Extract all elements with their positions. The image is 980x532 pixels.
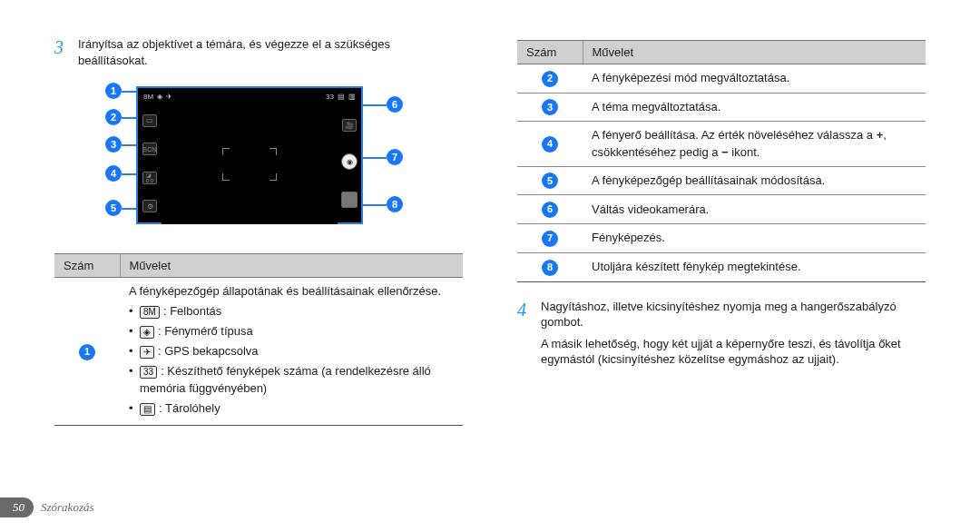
row-1-b4: : Készíthető fényképek száma (a rendelke…	[140, 364, 431, 395]
row-1-b5: : Tárolóhely	[159, 401, 220, 415]
callout-1: 1	[105, 83, 122, 99]
settings-gear-icon: ⚙	[142, 200, 157, 212]
reference-table-right: Szám Művelet 2A fényképezési mód megvált…	[517, 40, 926, 282]
table-header-op: Művelet	[583, 41, 926, 64]
bullet-icon-resolution: 8M	[140, 306, 160, 319]
table-row: 3A téma megváltoztatása.	[517, 93, 926, 122]
mode-icon: ▭	[142, 114, 157, 127]
table-row: 4 A fényerő beállítása. Az érték növelés…	[517, 122, 926, 166]
row-1-desc: A fényképezőgép állapotának és beállítás…	[129, 283, 454, 300]
row-marker: 8	[542, 260, 558, 276]
callout-3: 3	[105, 136, 122, 153]
callout-8: 8	[387, 196, 403, 212]
table-header-op: Művelet	[120, 254, 463, 278]
step-number-4: 4	[517, 299, 534, 320]
bullet-icon-shots: 33	[140, 366, 157, 379]
row-1-b3: : GPS bekapcsolva	[158, 344, 259, 358]
callout-6: 6	[387, 96, 403, 113]
row-3-text: A téma megváltoztatása.	[583, 93, 926, 122]
shutter-icon: ◉	[341, 153, 358, 170]
table-header-num: Szám	[517, 41, 583, 64]
row-marker-1: 1	[79, 344, 95, 360]
row-8-text: Utoljára készített fénykép megtekintése.	[583, 252, 926, 281]
row-marker: 7	[542, 231, 558, 247]
last-photo-icon	[341, 192, 358, 208]
resolution-indicator-icon: 8M	[143, 93, 153, 101]
row-marker: 3	[542, 99, 558, 115]
row-2-text: A fényképezési mód megváltoztatása.	[583, 64, 926, 94]
step-text-4: Nagyításhoz, illetve kicsinyítéshez nyom…	[541, 299, 926, 330]
table-row: 2A fényképezési mód megváltoztatása.	[517, 64, 926, 94]
row-6-text: Váltás videokamerára.	[583, 195, 926, 224]
table-row: 8Utoljára készített fénykép megtekintése…	[517, 252, 926, 281]
table-row: 6Váltás videokamerára.	[517, 195, 926, 224]
reference-table-left: Szám Művelet 1 A fényképezőgép állapotán…	[54, 253, 463, 426]
row-marker: 5	[542, 172, 558, 189]
step-text-3: Irányítsa az objektívet a témára, és vég…	[78, 36, 463, 68]
row-1-b1: : Felbontás	[163, 304, 221, 318]
callout-5: 5	[105, 200, 122, 216]
row-marker: 4	[542, 136, 558, 153]
table-row: 1 A fényképezőgép állapotának és beállít…	[54, 278, 463, 426]
page-number: 50	[0, 498, 34, 517]
step-4-extra: A másik lehetőség, hogy két ujját a képe…	[541, 336, 926, 368]
row-1-b2: : Fénymérő típusa	[158, 324, 253, 338]
scene-icon: SCN	[142, 143, 157, 155]
camera-ui-diagram: 8M ◈ ✈ 33 ▤ ▥ ▭ SCN ◪0.0 ⚙	[82, 77, 408, 241]
callout-2: 2	[105, 109, 122, 125]
bullet-icon-storage: ▤	[140, 403, 155, 416]
callout-7: 7	[387, 149, 403, 165]
row-7-text: Fényképezés.	[583, 224, 926, 253]
table-row: 5A fényképezőgép beállításainak módosítá…	[517, 166, 926, 195]
step-number-3: 3	[54, 36, 71, 58]
bullet-icon-metering: ◈	[140, 326, 154, 339]
switch-video-icon: 🎥	[342, 119, 357, 132]
table-header-num: Szám	[54, 254, 120, 278]
gps-indicator-icon: ✈	[166, 93, 172, 101]
table-row: 7Fényképezés.	[517, 224, 926, 253]
battery-icon: ▥	[348, 93, 356, 101]
section-title: Szórakozás	[41, 500, 94, 515]
row-4-text: A fényerő beállítása. Az érték növeléséh…	[583, 122, 926, 166]
row-5-text: A fényképezőgép beállításainak módosítás…	[583, 166, 926, 195]
shots-left-indicator: 33	[326, 93, 334, 101]
row-marker: 6	[542, 202, 558, 218]
exposure-icon: ◪0.0	[142, 172, 157, 184]
storage-indicator-icon: ▤	[338, 93, 345, 101]
callout-4: 4	[105, 165, 122, 182]
row-marker: 2	[542, 71, 558, 87]
bullet-icon-gps: ✈	[140, 346, 154, 359]
metering-indicator-icon: ◈	[157, 93, 162, 101]
focus-frame-icon	[222, 148, 277, 181]
